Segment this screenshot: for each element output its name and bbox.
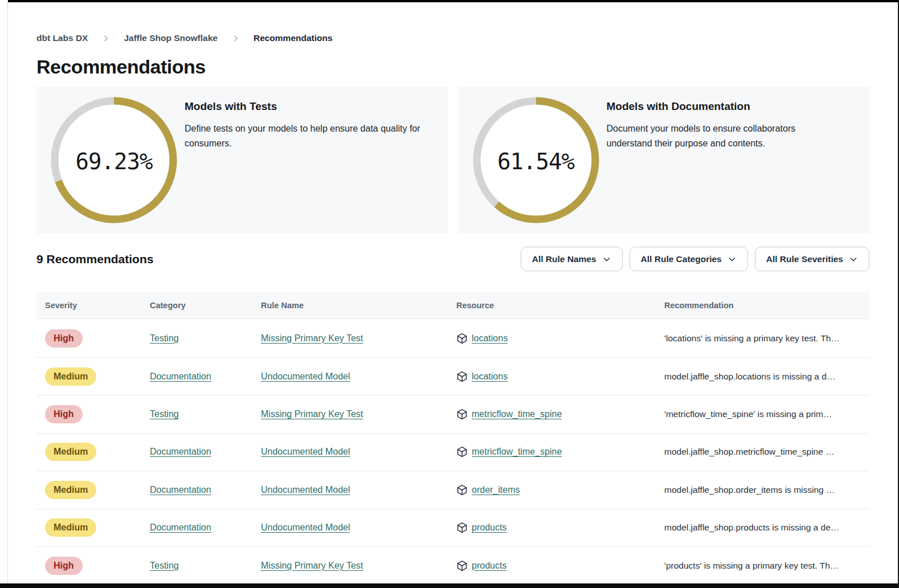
severity-badge: High bbox=[45, 557, 83, 575]
resource-link[interactable]: metricflow_time_spine bbox=[472, 447, 562, 457]
filter-label: All Rule Names bbox=[532, 254, 596, 264]
recommendation-text: 'products' is missing a primary key test… bbox=[656, 561, 869, 571]
breadcrumb-project[interactable]: dbt Labs DX bbox=[36, 33, 88, 43]
model-cube-icon bbox=[456, 371, 468, 382]
table-row: Medium Documentation Undocumented Model … bbox=[36, 471, 869, 509]
card-description-line: Document your models to ensure collabora… bbox=[607, 121, 796, 136]
rule-name-link[interactable]: Missing Primary Key Test bbox=[261, 409, 363, 419]
models-with-tests-card: 69.23% Models with Tests Define tests on… bbox=[36, 87, 448, 234]
table-row: High Testing Missing Primary Key Test me… bbox=[36, 395, 869, 433]
severity-badge: Medium bbox=[45, 368, 96, 386]
resource-link[interactable]: order_items bbox=[472, 485, 520, 495]
rule-name-link[interactable]: Undocumented Model bbox=[261, 485, 350, 495]
breadcrumb-environment[interactable]: Jaffle Shop Snowflake bbox=[124, 33, 218, 43]
table-row: Medium Documentation Undocumented Model … bbox=[36, 434, 869, 471]
table-row: Medium Documentation Undocumented Model … bbox=[36, 358, 869, 395]
category-link[interactable]: Documentation bbox=[150, 485, 211, 495]
category-link[interactable]: Testing bbox=[150, 409, 179, 419]
table-row: High Testing Missing Primary Key Test lo… bbox=[36, 319, 869, 358]
breadcrumb-current: Recommendations bbox=[254, 33, 333, 43]
bottom-border bbox=[0, 583, 899, 588]
category-link[interactable]: Documentation bbox=[150, 522, 211, 532]
summary-cards: 69.23% Models with Tests Define tests on… bbox=[36, 87, 869, 234]
severity-badge: Medium bbox=[45, 481, 96, 499]
column-header-category: Category bbox=[141, 301, 252, 310]
recommendations-table: Severity Category Rule Name Resource Rec… bbox=[36, 292, 869, 585]
card-title: Models with Tests bbox=[185, 100, 420, 113]
table-header: Severity Category Rule Name Resource Rec… bbox=[36, 292, 869, 319]
card-description-line: Define tests on your models to help ensu… bbox=[185, 121, 420, 136]
rule-categories-filter-dropdown[interactable]: All Rule Categories bbox=[630, 247, 748, 271]
top-border bbox=[8, 0, 899, 2]
column-header-rule-name: Rule Name bbox=[252, 301, 448, 310]
resource-link[interactable]: locations bbox=[472, 333, 508, 344]
tests-donut-chart: 69.23% bbox=[51, 97, 177, 223]
recommendations-count-heading: 9 Recommendations bbox=[36, 252, 153, 266]
rule-names-filter-dropdown[interactable]: All Rule Names bbox=[521, 247, 623, 271]
table-row: Medium Documentation Undocumented Model … bbox=[36, 509, 869, 547]
resource-link[interactable]: metricflow_time_spine bbox=[472, 409, 562, 419]
column-header-severity: Severity bbox=[36, 301, 141, 310]
recommendation-text: model.jaffle_shop.products is missing a … bbox=[656, 522, 869, 533]
chevron-down-icon bbox=[602, 255, 611, 264]
page-title: Recommendations bbox=[36, 56, 869, 78]
category-link[interactable]: Documentation bbox=[150, 371, 211, 381]
resource-link[interactable]: locations bbox=[472, 371, 508, 382]
model-cube-icon bbox=[456, 333, 468, 344]
main-content: dbt Labs DX Jaffle Shop Snowflake Recomm… bbox=[0, 0, 899, 585]
left-border bbox=[7, 2, 8, 583]
filter-label: All Rule Severities bbox=[766, 254, 843, 264]
recommendation-text: 'locations' is missing a primary key tes… bbox=[656, 333, 869, 344]
recommendation-text: model.jaffle_shop.order_items is missing… bbox=[656, 485, 869, 495]
tests-percent-value: 69.23% bbox=[51, 97, 177, 223]
severity-badge: Medium bbox=[45, 518, 96, 537]
card-description-line: consumers. bbox=[185, 136, 420, 151]
category-link[interactable]: Testing bbox=[150, 561, 179, 570]
category-link[interactable]: Documentation bbox=[150, 447, 211, 456]
severity-badge: High bbox=[45, 329, 83, 348]
resource-link[interactable]: products bbox=[472, 522, 506, 533]
chevron-right-icon bbox=[101, 34, 110, 43]
documentation-percent-value: 61.54% bbox=[473, 97, 599, 223]
rule-name-link[interactable]: Undocumented Model bbox=[261, 522, 350, 532]
chevron-down-icon bbox=[849, 255, 858, 264]
severity-badge: High bbox=[45, 405, 83, 423]
resource-link[interactable]: products bbox=[472, 561, 506, 571]
recommendation-text: model.jaffle_shop.metricflow_time_spine … bbox=[656, 447, 869, 457]
recommendation-text: model.jaffle_shop.locations is missing a… bbox=[656, 371, 869, 382]
rule-name-link[interactable]: Missing Primary Key Test bbox=[261, 561, 363, 570]
model-cube-icon bbox=[456, 560, 468, 571]
filter-label: All Rule Categories bbox=[641, 254, 722, 264]
model-cube-icon bbox=[456, 446, 468, 458]
rule-name-link[interactable]: Undocumented Model bbox=[261, 371, 350, 381]
filter-row: 9 Recommendations All Rule Names All Rul… bbox=[36, 247, 869, 271]
column-header-resource: Resource bbox=[448, 301, 656, 310]
chevron-right-icon bbox=[231, 34, 240, 43]
column-header-recommendation: Recommendation bbox=[656, 301, 869, 310]
breadcrumb: dbt Labs DX Jaffle Shop Snowflake Recomm… bbox=[36, 33, 869, 43]
model-cube-icon bbox=[456, 522, 468, 533]
recommendation-text: 'metricflow_time_spine' is missing a pri… bbox=[656, 409, 869, 419]
model-cube-icon bbox=[456, 484, 468, 496]
card-title: Models with Documentation bbox=[607, 100, 796, 113]
category-link[interactable]: Testing bbox=[150, 333, 179, 343]
rule-severities-filter-dropdown[interactable]: All Rule Severities bbox=[755, 247, 869, 271]
card-description-line: understand their purpose and contents. bbox=[607, 136, 796, 151]
chevron-down-icon bbox=[728, 255, 737, 264]
rule-name-link[interactable]: Undocumented Model bbox=[261, 447, 350, 456]
models-with-documentation-card: 61.54% Models with Documentation Documen… bbox=[459, 87, 870, 234]
model-cube-icon bbox=[456, 409, 468, 420]
documentation-donut-chart: 61.54% bbox=[473, 97, 599, 223]
table-row: High Testing Missing Primary Key Test pr… bbox=[36, 547, 869, 585]
rule-name-link[interactable]: Missing Primary Key Test bbox=[261, 333, 363, 343]
severity-badge: Medium bbox=[45, 443, 96, 461]
